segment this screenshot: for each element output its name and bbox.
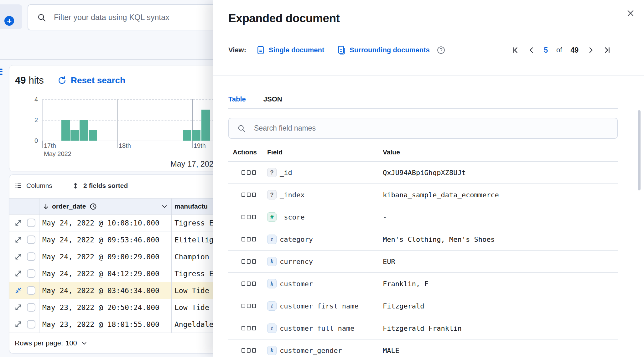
collapsed-sidebar-toggle-icon[interactable] bbox=[0, 69, 3, 77]
list-icon bbox=[15, 182, 22, 189]
fields-sorted-button[interactable]: 2 fields sorted bbox=[72, 182, 128, 189]
expanded-document-flyout: Expanded document View: Single document … bbox=[213, 0, 644, 357]
histogram-bar[interactable] bbox=[89, 130, 97, 141]
field-name: _index bbox=[280, 191, 304, 199]
row-checkbox[interactable] bbox=[27, 286, 35, 295]
field-name: customer bbox=[280, 280, 313, 288]
field-actions-buttons[interactable] bbox=[228, 215, 267, 219]
text-token-icon: t bbox=[267, 235, 277, 244]
manufacturer-header-label: manufactu bbox=[174, 203, 208, 210]
row-checkbox[interactable] bbox=[27, 320, 35, 329]
histogram-bar[interactable] bbox=[201, 110, 210, 141]
reset-search-button[interactable]: Reset search bbox=[58, 75, 125, 85]
keyword-token-icon: k bbox=[267, 346, 277, 355]
tab-json[interactable]: JSON bbox=[263, 93, 282, 109]
flyout-scrollbar[interactable] bbox=[638, 110, 641, 190]
fields-table-rows: ?_id QxJU94ABpiGhqpXZ8UJt ?_index kibana… bbox=[228, 161, 618, 357]
order-date-cell: May 23, 2022 @ 18:01:55.000 bbox=[42, 320, 159, 329]
last-page-icon[interactable] bbox=[603, 46, 611, 54]
expand-row-icon[interactable] bbox=[14, 219, 23, 227]
histogram-bar[interactable] bbox=[192, 130, 200, 141]
x-tick-17th: 17th bbox=[44, 142, 56, 149]
flyout-tabs: Table JSON bbox=[228, 93, 282, 109]
field-actions-buttons[interactable] bbox=[228, 326, 267, 330]
field-actions-buttons[interactable] bbox=[228, 282, 267, 286]
field-actions-buttons[interactable] bbox=[228, 237, 267, 241]
discover-page: + 49 hits Reset search 4 2 0 17t bbox=[0, 0, 644, 357]
previous-page-icon[interactable] bbox=[528, 46, 535, 54]
chevron-down-icon bbox=[81, 340, 88, 347]
expand-row-icon[interactable] bbox=[14, 320, 23, 329]
plus-icon[interactable]: + bbox=[4, 16, 14, 26]
single-document-link[interactable]: Single document bbox=[257, 45, 324, 55]
field-actions-buttons[interactable] bbox=[228, 193, 267, 197]
field-value: EUR bbox=[383, 258, 618, 266]
field-row: kcustomer_gender MALE bbox=[228, 339, 618, 357]
histogram-bar[interactable] bbox=[70, 130, 79, 141]
order-date-cell: May 24, 2022 @ 03:46:34.000 bbox=[42, 287, 159, 295]
help-icon[interactable] bbox=[437, 46, 445, 54]
field-value: Men's Clothing, Men's Shoes bbox=[383, 235, 618, 243]
field-row: tcategory Men's Clothing, Men's Shoes bbox=[228, 228, 618, 250]
chevron-down-icon[interactable] bbox=[161, 203, 168, 210]
field-name: customer_first_name bbox=[280, 302, 359, 310]
row-checkbox[interactable] bbox=[27, 235, 35, 244]
single-document-label: Single document bbox=[269, 46, 324, 54]
surrounding-documents-link[interactable]: Surrounding documents bbox=[337, 45, 429, 55]
manufacturer-cell: Champion bbox=[174, 253, 209, 261]
histogram-bar[interactable] bbox=[61, 120, 70, 141]
row-checkbox[interactable] bbox=[27, 269, 35, 278]
expand-row-icon[interactable] bbox=[14, 269, 23, 278]
close-icon[interactable] bbox=[624, 7, 637, 19]
question-in-circle-token-icon: ? bbox=[267, 190, 277, 199]
row-checkbox[interactable] bbox=[27, 252, 35, 261]
first-page-icon[interactable] bbox=[511, 46, 519, 54]
grid-header-order-date[interactable]: order_date bbox=[39, 199, 172, 214]
view-row: View: Single document Surrounding docume… bbox=[228, 44, 629, 56]
manufacturer-cell: Tigress E bbox=[174, 270, 214, 278]
field-row: tcustomer_full_name Fitzgerald Franklin bbox=[228, 317, 618, 339]
keyword-token-icon: k bbox=[267, 257, 277, 266]
histogram-bar[interactable] bbox=[183, 130, 191, 141]
reset-search-label: Reset search bbox=[71, 75, 125, 85]
field-value: Fitzgerald bbox=[383, 302, 618, 310]
field-search-box[interactable] bbox=[228, 118, 618, 139]
question-in-circle-token-icon: ? bbox=[267, 168, 277, 177]
collapse-row-icon[interactable] bbox=[14, 286, 23, 295]
expand-row-icon[interactable] bbox=[14, 235, 23, 244]
field-actions-buttons[interactable] bbox=[228, 170, 267, 175]
field-actions-buttons[interactable] bbox=[228, 348, 267, 353]
expand-row-icon[interactable] bbox=[14, 303, 23, 312]
field-name: _id bbox=[280, 169, 292, 177]
field-actions-buttons[interactable] bbox=[228, 304, 267, 308]
expand-row-icon[interactable] bbox=[14, 252, 23, 261]
field-row: ?_id QxJU94ABpiGhqpXZ8UJt bbox=[228, 161, 618, 184]
rows-per-page-button[interactable]: Rows per page: 100 bbox=[15, 339, 88, 347]
histogram-bar[interactable] bbox=[80, 120, 88, 141]
field-row: kcustomer Franklin, F bbox=[228, 272, 618, 295]
number-token-icon: # bbox=[267, 212, 277, 222]
document-pager: 5 of 49 bbox=[511, 44, 611, 56]
field-name: _score bbox=[280, 213, 304, 221]
field-row: tcustomer_first_name Fitzgerald bbox=[228, 295, 618, 317]
sort-arrows-icon bbox=[72, 182, 79, 189]
actions-column-header: Actions bbox=[233, 148, 267, 156]
row-checkbox[interactable] bbox=[27, 303, 35, 312]
refresh-icon bbox=[58, 76, 66, 85]
field-actions-buttons[interactable] bbox=[228, 259, 267, 264]
x-tick-19th: 19th bbox=[194, 142, 206, 149]
document-icon bbox=[257, 45, 265, 55]
field-search-input[interactable] bbox=[253, 124, 617, 133]
tabs-divider bbox=[228, 108, 618, 109]
add-filter-button[interactable]: + bbox=[0, 4, 22, 29]
columns-button[interactable]: Columns bbox=[15, 182, 52, 189]
field-row: #_score - bbox=[228, 206, 618, 228]
tab-table[interactable]: Table bbox=[228, 93, 246, 109]
total-pages: 49 bbox=[570, 46, 579, 54]
field-value: Fitzgerald Franklin bbox=[383, 324, 618, 332]
current-page-number: 5 bbox=[544, 46, 548, 54]
row-checkbox[interactable] bbox=[27, 219, 35, 227]
next-page-icon[interactable] bbox=[587, 46, 595, 54]
view-label: View: bbox=[228, 46, 246, 54]
field-name: customer_full_name bbox=[280, 324, 354, 332]
